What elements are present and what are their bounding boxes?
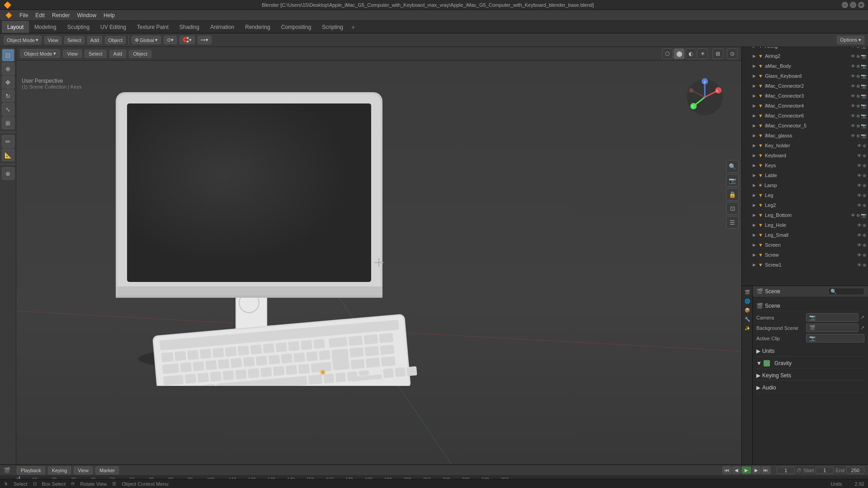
tab-sculpting[interactable]: Sculpting	[62, 21, 95, 33]
camera-link-icon[interactable]: ↗	[860, 314, 864, 320]
outliner-item-leg[interactable]: ▶ ▼ Leg 👁⊕	[742, 190, 868, 200]
tab-modeling[interactable]: Modeling	[29, 21, 62, 33]
maximize-button[interactable]: □	[850, 2, 856, 8]
minimize-button[interactable]: ─	[842, 2, 848, 8]
camera-value[interactable]: 📷	[806, 313, 859, 322]
tab-uv-editing[interactable]: UV Editing	[95, 21, 132, 33]
play-button[interactable]: ▶	[741, 466, 751, 474]
measure-tool-button[interactable]: 📐	[2, 149, 14, 161]
overlay-toggle[interactable]: ⊞	[712, 48, 723, 59]
outliner-item-connector6[interactable]: ▶ ▼ iMac_Connector6 👁⊕📷	[742, 111, 868, 121]
move-tool-button[interactable]: ✥	[2, 76, 14, 89]
material-shading-btn[interactable]: ◐	[685, 48, 696, 59]
scene-section-header[interactable]: 🎬 Scene	[756, 301, 864, 311]
gizmo-toggle[interactable]: ⊙	[727, 48, 738, 59]
menu-render[interactable]: Render	[48, 11, 73, 19]
menu-edit[interactable]: Edit	[32, 11, 48, 19]
rendered-shading-btn[interactable]: ☀	[697, 48, 708, 59]
add-tool-button[interactable]: ⊕	[2, 167, 14, 180]
close-button[interactable]: ✕	[858, 2, 864, 8]
menu-file[interactable]: File	[16, 11, 32, 19]
zoom-in-icon[interactable]: 🔍	[726, 160, 739, 173]
keying-menu[interactable]: Keying	[48, 466, 71, 474]
object-menu[interactable]: Object	[105, 36, 126, 44]
outliner-item-screw1[interactable]: ▶ ▼ Screw1 👁⊕	[742, 260, 868, 270]
tab-texture-paint[interactable]: Texture Paint	[132, 21, 174, 33]
marker-menu[interactable]: Marker	[95, 466, 119, 474]
audio-section-header[interactable]: ▶ Audio	[756, 383, 864, 393]
keying-sets-section-header[interactable]: ▶ Keying Sets	[756, 371, 864, 381]
tab-layout[interactable]: Layout	[2, 21, 29, 33]
mode-selector[interactable]: Object Mode ▾	[4, 36, 42, 44]
outliner-item-key-holder[interactable]: ▶ ▼ Key_holder 👁⊕	[742, 141, 868, 150]
add-menu[interactable]: Add	[87, 36, 103, 44]
add-workspace-button[interactable]: +	[349, 23, 358, 32]
jump-to-start-button[interactable]: ⏮	[722, 466, 731, 474]
outliner-item-keyboard[interactable]: ▶ ▼ Keyboard 👁⊕	[742, 150, 868, 160]
outliner-item-screen[interactable]: ▶ ▼ Screen 👁⊕	[742, 240, 868, 250]
outliner-item-lable[interactable]: ▶ ▼ Lable 👁⊕	[742, 170, 868, 180]
tab-animation[interactable]: Animation	[205, 21, 240, 33]
lock-camera-icon[interactable]: 🔒	[726, 188, 739, 201]
bg-scene-link-icon[interactable]: ↗	[860, 325, 864, 331]
outliner-item-keys[interactable]: ▶ ▼ Keys 👁⊕	[742, 160, 868, 170]
outliner-item-leg2[interactable]: ▶ ▼ Leg2 👁⊕	[742, 200, 868, 210]
vp-add-menu[interactable]: Add	[109, 50, 127, 58]
wireframe-shading-btn[interactable]: ⬡	[662, 48, 673, 59]
active-clip-value[interactable]: 📷	[806, 334, 864, 343]
outliner-item-connector4[interactable]: ▶ ▼ iMac_Connector4 👁⊕📷	[742, 101, 868, 111]
view-menu[interactable]: View	[44, 36, 61, 44]
tab-compositing[interactable]: Compositing	[276, 21, 317, 33]
options-button[interactable]: Options ▾	[837, 36, 864, 44]
snap-toggle[interactable]: 🧲▾	[179, 36, 195, 44]
props-search[interactable]	[828, 288, 864, 295]
material-props-tab[interactable]: ✨	[743, 324, 751, 332]
vp-select-menu[interactable]: Select	[85, 50, 107, 58]
rotate-tool-button[interactable]: ↻	[2, 89, 14, 102]
cursor-tool-button[interactable]: ⊕	[2, 62, 14, 75]
jump-to-end-button[interactable]: ⏭	[761, 466, 770, 474]
outliner-item-glass-keyboard[interactable]: ▶ ▼ Glass_Keyboard 👁⊕📷	[742, 71, 868, 81]
view-menu-timeline[interactable]: View	[74, 466, 93, 474]
outliner-item-leg-small[interactable]: ▶ ▼ Leg_Small 👁⊕	[742, 230, 868, 240]
outliner-item-screw[interactable]: ▶ ▼ Screw 👁⊕	[742, 250, 868, 260]
outliner-item-airing2[interactable]: ▶ ▼ Airing2 👁⊕📷	[742, 51, 868, 61]
units-section-header[interactable]: ▶ Units	[756, 346, 864, 357]
bg-scene-value[interactable]: 🎬	[806, 324, 859, 332]
select-tool-button[interactable]: ⊡	[2, 49, 14, 61]
modifier-props-tab[interactable]: 🔧	[743, 315, 751, 323]
tab-shading[interactable]: Shading	[174, 21, 205, 33]
object-props-tab[interactable]: 📦	[743, 306, 751, 314]
start-frame-input[interactable]	[816, 467, 834, 474]
vp-view-menu[interactable]: View	[63, 50, 82, 58]
annotate-tool-button[interactable]: ✏	[2, 135, 14, 148]
scene-props-tab[interactable]: 🎬	[743, 288, 751, 296]
viewport[interactable]: Object Mode ▾ View Select Add Object ⬡ ⬤…	[16, 47, 741, 465]
outliner-item-leg-hole[interactable]: ▶ ▼ Leg_Hole 👁⊕	[742, 220, 868, 230]
pivot-point[interactable]: ⊙▾	[164, 36, 177, 44]
end-frame-input[interactable]	[846, 467, 864, 474]
next-frame-button[interactable]: ▶	[752, 466, 760, 474]
outliner-item-amac-body[interactable]: ▶ ▼ aMac_Body 👁⊕📷	[742, 61, 868, 71]
world-props-tab[interactable]: 🌐	[743, 297, 751, 305]
solid-shading-btn[interactable]: ⬤	[674, 48, 684, 59]
vp-mode-selector[interactable]: Object Mode ▾	[20, 49, 60, 58]
outliner-item-lamp[interactable]: ▶ ☀ Lamp 👁⊕	[742, 180, 868, 190]
camera-view-icon[interactable]: 📷	[726, 174, 739, 187]
vp-object-menu[interactable]: Object	[129, 50, 151, 58]
gravity-section-header[interactable]: ▼ Gravity	[756, 358, 864, 369]
tab-rendering[interactable]: Rendering	[240, 21, 275, 33]
select-menu[interactable]: Select	[64, 36, 85, 44]
navigation-gizmo[interactable]: X Y Z	[684, 77, 725, 117]
outliner-item-connector5[interactable]: ▶ ▼ iMac_Connector_5 👁⊕📷	[742, 121, 868, 131]
menu-help[interactable]: Help	[100, 11, 118, 19]
prev-frame-button[interactable]: ◀	[732, 466, 741, 474]
outliner-item-leg-bottom[interactable]: ▶ ▼ Leg_Bottom 👁⊕📷	[742, 210, 868, 220]
transform-tool-button[interactable]: ⊞	[2, 117, 14, 129]
playback-menu[interactable]: Playback	[17, 466, 45, 474]
menu-window[interactable]: Window	[73, 11, 100, 19]
proportional-edit[interactable]: ⊶▾	[198, 36, 212, 44]
scale-tool-button[interactable]: ⤡	[2, 103, 14, 116]
transform-orientation[interactable]: ⊕ Global ▾	[132, 36, 161, 44]
outliner-item-connector3[interactable]: ▶ ▼ iMac_Connector3 👁⊕📷	[742, 91, 868, 101]
